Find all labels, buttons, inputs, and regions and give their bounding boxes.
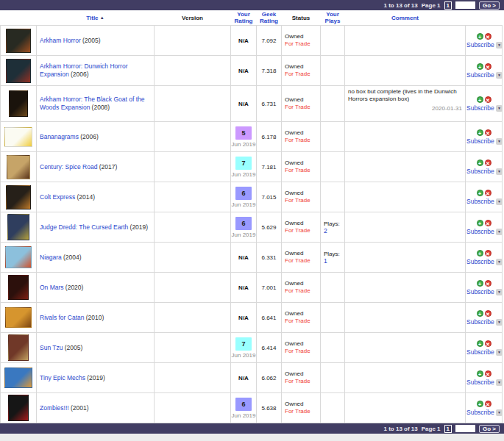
game-title-link[interactable]: Sun Tzu [40, 344, 63, 351]
game-title-link[interactable]: On Mars [40, 284, 64, 291]
game-title-link[interactable]: Rivals for Catan [40, 314, 84, 321]
status-for-trade-link[interactable]: For Trade [285, 167, 310, 174]
subscribe-link[interactable]: Subscribe [466, 168, 494, 175]
status-for-trade-link[interactable]: For Trade [285, 318, 310, 325]
add-item-icon[interactable]: + [477, 280, 483, 287]
status-for-trade-link[interactable]: For Trade [285, 40, 310, 48]
game-title-link[interactable]: Tiny Epic Mechs [40, 374, 85, 381]
subscribe-link[interactable]: Subscribe [466, 318, 494, 326]
status-for-trade-link[interactable]: For Trade [285, 227, 310, 234]
zombies-cover[interactable] [8, 395, 29, 421]
status-for-trade-link[interactable]: For Trade [285, 348, 310, 355]
game-title-link[interactable]: Colt Express [40, 193, 75, 201]
delete-item-icon[interactable]: ✕ [485, 129, 491, 136]
sun-tzu-cover[interactable] [8, 334, 29, 361]
subscribe-link[interactable]: Subscribe [466, 348, 494, 356]
game-title-link[interactable]: Zombies!!! [40, 404, 69, 412]
on-mars-cover[interactable] [8, 275, 29, 300]
subscribe-dropdown-icon[interactable]: ▼ [496, 168, 503, 175]
century-spice-road-cover[interactable] [7, 155, 30, 179]
delete-item-icon[interactable]: ✕ [485, 370, 491, 377]
delete-item-icon[interactable]: ✕ [485, 96, 491, 103]
add-item-icon[interactable]: + [477, 340, 483, 347]
status-for-trade-link[interactable]: For Trade [285, 257, 310, 265]
subscribe-link[interactable]: Subscribe [466, 41, 494, 49]
add-item-icon[interactable]: + [477, 370, 483, 377]
add-item-icon[interactable]: + [477, 63, 483, 70]
subscribe-dropdown-icon[interactable]: ▼ [496, 229, 503, 235]
go-button[interactable]: Go > [479, 1, 500, 10]
status-for-trade-link[interactable]: For Trade [285, 408, 310, 415]
page-jump-input[interactable] [455, 1, 475, 9]
bananagrams-cover[interactable] [4, 127, 32, 147]
go-button[interactable]: Go > [479, 425, 500, 433]
delete-item-icon[interactable]: ✕ [485, 340, 491, 347]
add-item-icon[interactable]: + [477, 159, 483, 166]
subscribe-dropdown-icon[interactable]: ▼ [496, 319, 503, 326]
delete-item-icon[interactable]: ✕ [485, 190, 491, 196]
delete-item-icon[interactable]: ✕ [485, 280, 491, 287]
judge-dredd-cover[interactable] [7, 214, 29, 240]
delete-item-icon[interactable]: ✕ [485, 220, 491, 226]
subscribe-link[interactable]: Subscribe [466, 288, 494, 295]
delete-item-icon[interactable]: ✕ [485, 250, 491, 257]
pager-current-page[interactable]: 1 [444, 425, 452, 433]
arkham-horror-cover[interactable] [6, 29, 31, 53]
plays-count-link[interactable]: 2 [324, 227, 327, 234]
add-item-icon[interactable]: + [477, 129, 483, 136]
title-sort-link[interactable]: Title [86, 15, 98, 21]
add-item-icon[interactable]: + [477, 190, 483, 196]
your-plays-sort-link[interactable]: Your Plays [325, 11, 341, 24]
game-title-link[interactable]: Century: Spice Road [40, 163, 97, 171]
add-item-icon[interactable]: + [477, 401, 483, 407]
status-for-trade-link[interactable]: For Trade [285, 137, 310, 144]
subscribe-dropdown-icon[interactable]: ▼ [496, 379, 503, 386]
tiny-epic-mechs-cover[interactable] [4, 368, 32, 388]
add-item-icon[interactable]: + [477, 220, 483, 226]
dunwich-horror-cover[interactable] [6, 59, 31, 83]
subscribe-link[interactable]: Subscribe [466, 409, 494, 416]
subscribe-link[interactable]: Subscribe [466, 198, 494, 205]
status-for-trade-link[interactable]: For Trade [285, 287, 310, 295]
status-for-trade-link[interactable]: For Trade [285, 197, 310, 204]
add-item-icon[interactable]: + [477, 310, 483, 317]
subscribe-link[interactable]: Subscribe [466, 104, 494, 112]
subscribe-dropdown-icon[interactable]: ▼ [496, 409, 503, 416]
subscribe-dropdown-icon[interactable]: ▼ [496, 259, 503, 265]
game-title-link[interactable]: Arkham Horror [40, 37, 81, 44]
subscribe-dropdown-icon[interactable]: ▼ [496, 198, 503, 205]
game-title-link[interactable]: Judge Dredd: The Cursed Earth [40, 223, 128, 231]
add-item-icon[interactable]: + [477, 33, 483, 40]
delete-item-icon[interactable]: ✕ [485, 63, 491, 70]
game-title-link[interactable]: Niagara [40, 254, 62, 261]
delete-item-icon[interactable]: ✕ [485, 401, 491, 407]
niagara-cover[interactable] [5, 246, 32, 268]
your-rating-sort-link[interactable]: Your Rating [235, 11, 253, 24]
delete-item-icon[interactable]: ✕ [485, 310, 491, 317]
page-jump-input[interactable] [455, 425, 475, 432]
status-for-trade-link[interactable]: For Trade [285, 71, 310, 78]
status-for-trade-link[interactable]: For Trade [285, 104, 310, 111]
add-item-icon[interactable]: + [477, 96, 483, 103]
colt-express-cover[interactable] [6, 185, 31, 209]
rivals-for-catan-cover[interactable] [5, 307, 32, 328]
delete-item-icon[interactable]: ✕ [485, 159, 491, 166]
plays-count-link[interactable]: 1 [324, 257, 327, 265]
subscribe-dropdown-icon[interactable]: ▼ [496, 349, 503, 356]
geek-rating-sort-link[interactable]: Geek Rating [260, 11, 278, 24]
subscribe-link[interactable]: Subscribe [466, 137, 494, 145]
subscribe-dropdown-icon[interactable]: ▼ [496, 105, 503, 112]
subscribe-link[interactable]: Subscribe [466, 258, 494, 265]
black-goat-cover[interactable] [9, 90, 28, 117]
subscribe-dropdown-icon[interactable]: ▼ [496, 72, 503, 79]
delete-item-icon[interactable]: ✕ [485, 33, 491, 40]
comment-sort-link[interactable]: Comment [391, 15, 419, 21]
subscribe-link[interactable]: Subscribe [466, 71, 494, 79]
subscribe-dropdown-icon[interactable]: ▼ [496, 289, 503, 295]
game-title-link[interactable]: Bananagrams [40, 133, 79, 140]
subscribe-link[interactable]: Subscribe [466, 228, 494, 235]
subscribe-dropdown-icon[interactable]: ▼ [496, 42, 503, 49]
add-item-icon[interactable]: + [477, 250, 483, 257]
subscribe-dropdown-icon[interactable]: ▼ [496, 138, 503, 145]
subscribe-link[interactable]: Subscribe [466, 379, 494, 386]
